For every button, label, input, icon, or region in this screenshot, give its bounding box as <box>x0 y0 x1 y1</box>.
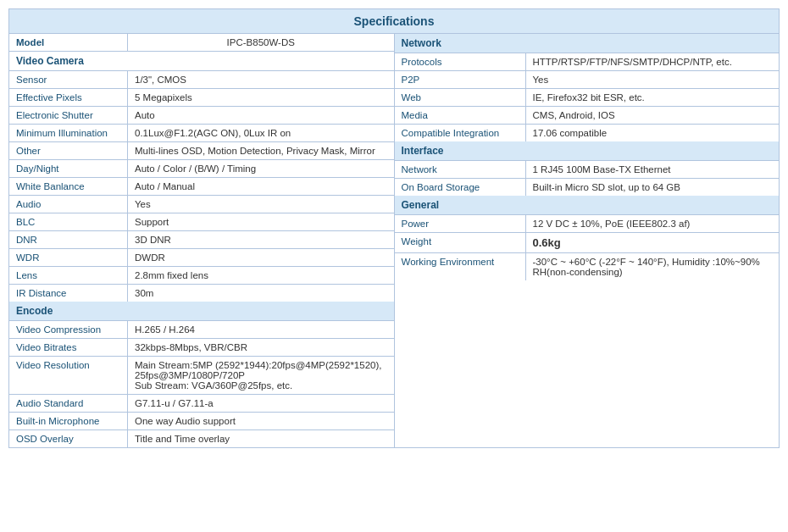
table-row: Network1 RJ45 100M Base-TX Ethernet <box>395 161 780 179</box>
table-row: ProtocolsHTTP/RTSP/FTP/NFS/SMTP/DHCP/NTP… <box>395 53 780 71</box>
row-value: 0.6kg <box>526 233 780 252</box>
row-value: Title and Time overlay <box>128 430 394 447</box>
table-row: MediaCMS, Android, IOS <box>395 107 780 125</box>
row-label: Compatible Integration <box>395 125 526 141</box>
table-row: Sensor1/3", CMOS <box>9 71 394 89</box>
row-value: G7.11-u / G7.11-a <box>128 395 394 412</box>
table-row: White BanlanceAuto / Manual <box>9 178 394 196</box>
row-label: WDR <box>9 249 128 266</box>
model-row: Model IPC-B850W-DS <box>9 34 394 52</box>
table-row: OSD OverlayTitle and Time overlay <box>9 430 394 447</box>
row-value: CMS, Android, IOS <box>526 107 780 124</box>
table-row: Lens2.8mm fixed lens <box>9 267 394 285</box>
row-label: Protocols <box>395 53 526 70</box>
encode-rows-container: Video CompressionH.265 / H.264Video Bitr… <box>9 321 394 447</box>
table-row: BLCSupport <box>9 213 394 231</box>
row-value: 2.8mm fixed lens <box>128 267 394 284</box>
table-row: Video Bitrates32kbps-8Mbps, VBR/CBR <box>9 339 394 357</box>
row-label: IR Distance <box>9 285 128 302</box>
row-value: One way Audio support <box>128 413 394 429</box>
row-label: Weight <box>395 233 526 252</box>
row-value: Main Stream:5MP (2592*1944):20fps@4MP(25… <box>128 357 394 394</box>
table-row: Power12 V DC ± 10%, PoE (IEEE802.3 af) <box>395 215 780 233</box>
row-value: Built-in Micro SD slot, up to 64 GB <box>526 179 780 196</box>
model-label: Model <box>9 34 128 51</box>
row-label: Video Compression <box>9 321 128 338</box>
table-row: Working Environment-30°C ~ +60°C (-22°F … <box>395 253 780 280</box>
row-value: 32kbps-8Mbps, VBR/CBR <box>128 339 394 356</box>
table-row: WebIE, Firefox32 bit ESR, etc. <box>395 89 780 107</box>
table-row: WDRDWDR <box>9 249 394 267</box>
row-value: 12 V DC ± 10%, PoE (IEEE802.3 af) <box>526 215 780 232</box>
row-label: Working Environment <box>395 253 526 280</box>
table-row: Video CompressionH.265 / H.264 <box>9 321 394 339</box>
table-row: Compatible Integration17.06 compatible <box>395 125 780 141</box>
table-row: Weight0.6kg <box>395 233 780 253</box>
table-row: Day/NightAuto / Color / (B/W) / Timing <box>9 160 394 178</box>
row-label: Built-in Microphone <box>9 413 128 429</box>
row-label: Other <box>9 142 128 159</box>
table-row: Video ResolutionMain Stream:5MP (2592*19… <box>9 357 394 395</box>
network-rows-container: ProtocolsHTTP/RTSP/FTP/NFS/SMTP/DHCP/NTP… <box>395 53 780 141</box>
row-label: Web <box>395 89 526 106</box>
row-label: On Board Storage <box>395 179 526 196</box>
row-label: OSD Overlay <box>9 430 128 447</box>
row-label: DNR <box>9 231 128 248</box>
table-row: P2PYes <box>395 71 780 89</box>
row-label: Lens <box>9 267 128 284</box>
table-row: On Board StorageBuilt-in Micro SD slot, … <box>395 179 780 196</box>
interface-rows-container: Network1 RJ45 100M Base-TX EthernetOn Bo… <box>395 161 780 196</box>
table-row: Effective Pixels5 Megapixels <box>9 89 394 107</box>
general-header: General <box>395 196 780 215</box>
table-row: OtherMulti-lines OSD, Motion Detection, … <box>9 142 394 160</box>
row-value: DWDR <box>128 249 394 266</box>
row-value: Auto <box>128 107 394 124</box>
row-label: Network <box>395 161 526 178</box>
interface-header: Interface <box>395 141 780 161</box>
row-value: Auto / Color / (B/W) / Timing <box>128 160 394 177</box>
row-value: Yes <box>128 196 394 213</box>
row-value: HTTP/RTSP/FTP/NFS/SMTP/DHCP/NTP, etc. <box>526 53 780 70</box>
table-row: Electronic ShutterAuto <box>9 107 394 125</box>
network-header: Network <box>395 34 780 53</box>
general-rows-container: Power12 V DC ± 10%, PoE (IEEE802.3 af)We… <box>395 215 780 280</box>
row-value: 3D DNR <box>128 231 394 248</box>
row-label: Media <box>395 107 526 124</box>
row-value: 1 RJ45 100M Base-TX Ethernet <box>526 161 780 178</box>
row-label: Electronic Shutter <box>9 107 128 124</box>
spec-body: Model IPC-B850W-DS Video Camera Sensor1/… <box>9 34 779 447</box>
table-row: Minimum Illumination0.1Lux@F1.2(AGC ON),… <box>9 125 394 142</box>
row-label: BLC <box>9 213 128 230</box>
row-label: Day/Night <box>9 160 128 177</box>
table-row: AudioYes <box>9 196 394 213</box>
table-row: DNR3D DNR <box>9 231 394 249</box>
row-value: Multi-lines OSD, Motion Detection, Priva… <box>128 142 394 159</box>
video-rows-container: Sensor1/3", CMOSEffective Pixels5 Megapi… <box>9 71 394 302</box>
row-label: Video Bitrates <box>9 339 128 356</box>
row-value: H.265 / H.264 <box>128 321 394 338</box>
row-value: Support <box>128 213 394 230</box>
row-label: Video Resolution <box>9 357 128 394</box>
row-value: 5 Megapixels <box>128 89 394 106</box>
row-label: Sensor <box>9 71 128 88</box>
table-row: Audio StandardG7.11-u / G7.11-a <box>9 395 394 413</box>
row-value: 0.1Lux@F1.2(AGC ON), 0Lux IR on <box>128 125 394 141</box>
model-value: IPC-B850W-DS <box>128 34 394 51</box>
spec-title: Specifications <box>9 9 779 34</box>
table-row: Built-in MicrophoneOne way Audio support <box>9 413 394 430</box>
row-label: Effective Pixels <box>9 89 128 106</box>
video-camera-header: Video Camera <box>9 52 394 71</box>
left-column: Model IPC-B850W-DS Video Camera Sensor1/… <box>9 34 395 447</box>
row-label: White Banlance <box>9 178 128 195</box>
row-value: Auto / Manual <box>128 178 394 195</box>
row-label: Minimum Illumination <box>9 125 128 141</box>
table-row: IR Distance30m <box>9 285 394 302</box>
row-label: Power <box>395 215 526 232</box>
row-label: Audio <box>9 196 128 213</box>
row-label: P2P <box>395 71 526 88</box>
row-value: 1/3", CMOS <box>128 71 394 88</box>
row-value: -30°C ~ +60°C (-22°F ~ 140°F), Humidity … <box>526 253 780 280</box>
encode-header: Encode <box>9 302 394 321</box>
spec-table: Specifications Model IPC-B850W-DS Video … <box>8 8 780 448</box>
row-label: Audio Standard <box>9 395 128 412</box>
